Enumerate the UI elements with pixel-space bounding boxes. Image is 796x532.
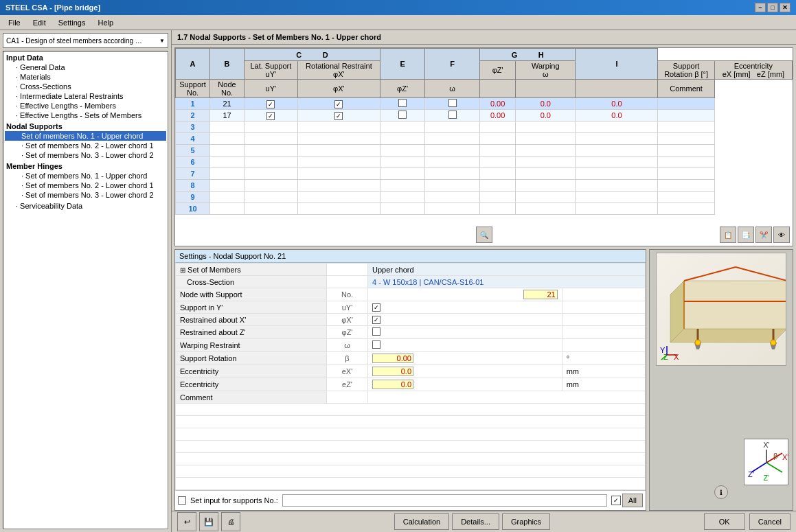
tree-item-materials[interactable]: · Materials [5, 72, 166, 82]
support-rot-input[interactable] [372, 354, 413, 363]
tree-item-serviceability[interactable]: · Serviceability Data [5, 201, 166, 211]
menu-file[interactable]: File [3, 17, 26, 28]
tree-item-intermediate[interactable]: · Intermediate Lateral Restraints [5, 91, 166, 101]
grid-btn-1[interactable]: 📋 [720, 227, 736, 243]
svg-text:β: β [773, 452, 777, 460]
checkbox-warping[interactable] [372, 340, 380, 349]
ecc-x-unit: mm [562, 365, 645, 378]
svg-point-18 [695, 340, 701, 345]
svg-text:X': X' [763, 441, 769, 449]
restrain-z-sym: φZ' [327, 326, 368, 339]
grid-btn-4[interactable]: 👁 [773, 227, 790, 243]
module-combo[interactable]: CA1 - Design of steel members according … [3, 33, 168, 48]
checkbox-warp-2[interactable] [448, 111, 457, 119]
settings-row-support-rot: Support Rotation β ° [176, 352, 646, 365]
col-f-subheader: Warpingω [516, 61, 576, 80]
ok-button[interactable]: OK [704, 513, 745, 530]
settings-empty-6 [176, 465, 646, 478]
svg-line-27 [766, 463, 782, 472]
all-button[interactable]: All [622, 494, 643, 507]
settings-content[interactable]: ⊞ Set of Members Upper chord Cross-Secti… [175, 263, 646, 490]
back-btn[interactable]: ↩ [177, 512, 196, 531]
details-button[interactable]: Details... [452, 513, 499, 530]
checkbox-warp-1[interactable] [448, 99, 457, 107]
all-checkbox[interactable] [611, 496, 621, 505]
graphics-button[interactable]: Graphics [502, 513, 550, 530]
zoom-btn[interactable]: 🔍 [476, 227, 492, 243]
col-hi-subheader: EccentricityeX [mm] eZ [mm] [714, 61, 792, 80]
checkbox-lat-1[interactable] [266, 100, 275, 108]
save-btn[interactable]: 💾 [199, 512, 218, 531]
tree-item-set2-lower1[interactable]: · Set of members No. 2 - Lower chord 1 [5, 141, 166, 150]
checkbox-restrain-x[interactable] [372, 316, 380, 324]
node-value [368, 288, 562, 301]
tree-item-hinge-set3[interactable]: · Set of members No. 3 - Lower chord 2 [5, 190, 166, 200]
set-input-field[interactable] [282, 494, 607, 507]
table-row[interactable]: 9 [176, 192, 793, 203]
checkbox-restrain-z[interactable] [372, 327, 380, 336]
minimize-btn[interactable]: − [755, 3, 766, 12]
table-row[interactable]: 3 [176, 122, 793, 133]
settings-empty-7 [176, 478, 646, 490]
checkbox-rotx-1[interactable] [334, 100, 343, 108]
table-row[interactable]: 2 17 0.00 0.0 0.0 [176, 110, 793, 122]
cell-no-1: 1 [176, 98, 210, 110]
table-row[interactable]: 8 [176, 180, 793, 192]
svg-text:X': X' [782, 453, 788, 461]
close-btn[interactable]: ✕ [780, 3, 791, 12]
tree-item-set1-upper[interactable]: Set of members No. 1 - Upper chord [5, 131, 166, 141]
checkbox-rotx-2[interactable] [334, 112, 343, 120]
set-of-members-label: ⊞ Set of Members [176, 264, 327, 276]
set-input-checkbox[interactable] [178, 496, 186, 505]
table-row[interactable]: 10 [176, 203, 793, 215]
grid-area[interactable]: A B C D E F G H I Lat. SupportuY' Rotati… [174, 47, 793, 246]
cancel-button[interactable]: Cancel [749, 513, 791, 530]
menu-settings[interactable]: Settings [53, 17, 91, 28]
ecc-z-val [368, 378, 562, 391]
svg-point-19 [771, 340, 776, 345]
cell-rotz-2 [380, 110, 425, 122]
menu-edit[interactable]: Edit [27, 17, 52, 28]
restrain-x-sym: φX' [327, 314, 368, 326]
grid-btn-2[interactable]: 📑 [738, 227, 754, 243]
grid-toolbar-right: 📋 📑 ✂️ 👁 [720, 227, 790, 243]
tree-item-hinge-set2[interactable]: · Set of members No. 2 - Lower chord 1 [5, 181, 166, 190]
col-gh-header: G H [480, 49, 576, 61]
checkbox-support-y[interactable] [372, 303, 380, 312]
table-row[interactable]: 5 [176, 145, 793, 157]
info-button[interactable]: ℹ [714, 485, 728, 499]
comment-label: Comment [176, 391, 327, 404]
comment-sym [327, 391, 368, 404]
footer-center: Calculation Details... Graphics [394, 513, 550, 530]
print-btn[interactable]: 🖨 [221, 512, 240, 531]
table-row[interactable]: 6 [176, 157, 793, 168]
ecc-z-input[interactable] [372, 380, 413, 389]
tree-panel[interactable]: Input Data · General Data · Materials · … [3, 51, 168, 529]
settings-row-restrain-x: Restrained about X' φX' [176, 314, 646, 326]
ecc-x-label: Eccentricity [176, 365, 327, 378]
table-row[interactable]: 7 [176, 168, 793, 180]
checkbox-rotz-2[interactable] [398, 111, 407, 119]
node-label: Node with Support [176, 288, 327, 301]
checkbox-rotz-1[interactable] [398, 99, 407, 107]
calculation-button[interactable]: Calculation [394, 513, 449, 530]
settings-row-ecc-x: Eccentricity eX' mm [176, 365, 646, 378]
tree-item-hinge-set1[interactable]: · Set of members No. 1 - Upper chord [5, 171, 166, 181]
tree-item-eff-sets[interactable]: · Effective Lengths - Sets of Members [5, 111, 166, 120]
node-input[interactable] [523, 290, 558, 299]
table-row[interactable]: 1 21 0.00 0.0 0.0 [176, 98, 793, 110]
col-b-label: NodeNo. [210, 80, 245, 98]
settings-panel: Settings - Nodal Support No. 21 ⊞ Set of… [174, 249, 646, 511]
cell-no-4: 4 [176, 133, 210, 145]
tree-item-general[interactable]: · General Data [5, 62, 166, 72]
maximize-btn[interactable]: □ [767, 3, 778, 12]
grid-btn-3[interactable]: ✂️ [755, 227, 772, 243]
tree-item-set3-lower2[interactable]: · Set of members No. 3 - Lower chord 2 [5, 150, 166, 160]
svg-text:Z': Z' [764, 474, 770, 482]
ecc-x-input[interactable] [372, 367, 413, 376]
tree-item-cross-sections[interactable]: · Cross-Sections [5, 82, 166, 91]
table-row[interactable]: 4 [176, 133, 793, 145]
checkbox-lat-2[interactable] [266, 112, 275, 120]
tree-item-eff-members[interactable]: · Effective Lengths - Members [5, 101, 166, 111]
menu-help[interactable]: Help [92, 17, 119, 28]
